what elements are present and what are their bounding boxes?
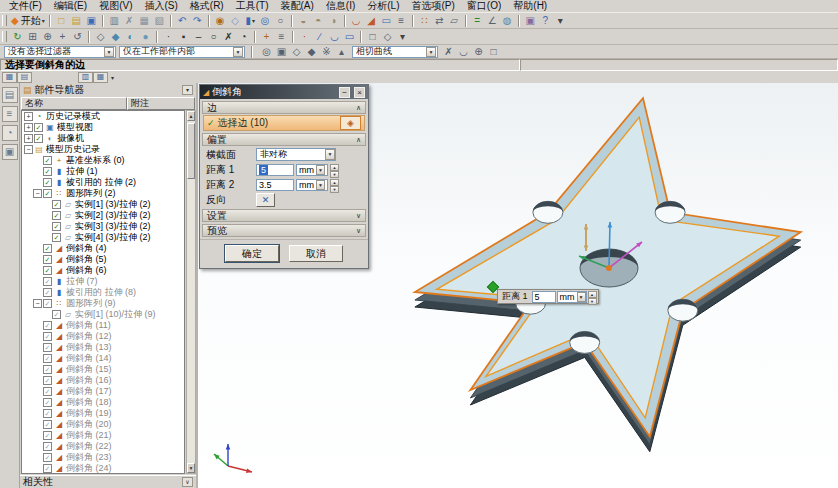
spinner-up-icon[interactable]: ▲ xyxy=(588,291,597,298)
snap-intersection-icon[interactable]: ✗ xyxy=(221,30,236,44)
tree-checkbox[interactable]: ✓ xyxy=(43,376,52,385)
layer-settings-icon[interactable]: ≡ xyxy=(274,30,289,44)
tree-expander[interactable]: − xyxy=(24,145,33,154)
ok-button[interactable]: 确定 xyxy=(225,245,279,262)
section-settings[interactable]: 设置 ∨ xyxy=(202,209,366,222)
dialog-minimize-button[interactable]: − xyxy=(339,87,350,98)
tree-checkbox[interactable]: ✓ xyxy=(43,409,52,418)
tree-item[interactable]: +◔历史记录模式 xyxy=(22,111,184,122)
tree-item[interactable]: +✓▣模型视图 xyxy=(22,122,184,133)
snap-midpoint-icon[interactable]: ‒ xyxy=(191,30,206,44)
save-icon[interactable]: ▣ xyxy=(84,14,99,28)
selection-filter-combo[interactable]: 没有选择过滤器 ▼ xyxy=(4,46,116,58)
shaded-icon[interactable]: ◆ xyxy=(108,30,123,44)
menu-preferences[interactable]: 首选项(P) xyxy=(406,0,461,12)
print-icon[interactable]: ▥ xyxy=(107,14,122,28)
unit-combo[interactable]: mm ▼ xyxy=(557,291,587,303)
dialog-title-bar[interactable]: ◢ 倒斜角 − × xyxy=(200,85,368,99)
assembly-navigator-tab[interactable]: ▤ xyxy=(2,87,18,103)
combo-arrow-icon[interactable]: ▼ xyxy=(426,47,436,57)
tree-checkbox[interactable]: ✓ xyxy=(34,123,43,132)
menu-view[interactable]: 视图(V) xyxy=(93,0,138,12)
distance1-spinner[interactable]: ▲ ▼ xyxy=(330,164,339,176)
fit-view-icon[interactable]: ⊞ xyxy=(25,30,40,44)
front-view-icon[interactable]: □ xyxy=(365,30,380,44)
tree-checkbox[interactable]: ✓ xyxy=(43,288,52,297)
expand-icon[interactable]: ∨ xyxy=(356,227,361,235)
scrollbar-thumb[interactable] xyxy=(187,123,195,179)
dependencies-section-bar[interactable]: 相关性 ∨ xyxy=(20,475,196,488)
part-navigator-tab[interactable]: ≡ xyxy=(2,106,18,122)
distance2-unit-combo[interactable]: mm ▼ xyxy=(296,179,328,191)
top-selection-icon[interactable]: ▴ xyxy=(334,45,349,59)
expand-icon[interactable]: ∨ xyxy=(356,212,361,220)
rectangle-icon[interactable]: ▭ xyxy=(342,30,357,44)
distance-spinner[interactable]: ▲ ▼ xyxy=(588,291,597,303)
window-tab-3[interactable]: ▥ xyxy=(78,72,93,83)
pattern-icon[interactable]: ∷ xyxy=(417,14,432,28)
selection-scope-combo[interactable]: 仅在工作部件内部 ▼ xyxy=(119,46,245,58)
csys-origin-handle[interactable] xyxy=(606,265,612,271)
select-face-icon[interactable]: ▣ xyxy=(274,45,289,59)
combo-arrow-icon[interactable]: ▼ xyxy=(233,47,243,57)
intersect-icon[interactable]: ◑ xyxy=(326,14,341,28)
tree-checkbox[interactable]: ✓ xyxy=(43,420,52,429)
rotate-view-icon[interactable]: ↺ xyxy=(70,30,85,44)
tree-expander[interactable]: + xyxy=(24,112,33,121)
wireframe-icon[interactable]: ◇ xyxy=(93,30,108,44)
menu-window[interactable]: 窗口(O) xyxy=(461,0,507,12)
reuse-library-tab[interactable]: ▣ xyxy=(2,144,18,160)
menu-insert[interactable]: 插入(S) xyxy=(138,0,183,12)
distance-input[interactable]: 5 xyxy=(532,291,556,303)
cross-section-combo[interactable]: 非对称 ▼ xyxy=(256,148,336,161)
sketch-icon[interactable]: ◉ xyxy=(213,14,228,28)
edge-blend-icon[interactable]: ◡ xyxy=(349,14,364,28)
cut-icon[interactable]: ✗ xyxy=(122,14,137,28)
history-palette-tab[interactable]: ◔ xyxy=(2,125,18,141)
move-face-icon[interactable]: ▱ xyxy=(447,14,462,28)
extrude-icon-dropdown-icon[interactable]: ▾ xyxy=(252,17,255,24)
scroll-up-icon[interactable]: ▲ xyxy=(187,111,195,121)
navigator-menu-button[interactable]: ▾ xyxy=(182,85,193,95)
menu-analysis[interactable]: 分析(L) xyxy=(361,0,405,12)
column-header-note[interactable]: 附注 xyxy=(127,97,195,110)
menu-file[interactable]: 文件(F) xyxy=(3,0,48,12)
open-icon[interactable]: ▤ xyxy=(69,14,84,28)
toolbar2-options-icon[interactable]: ▾ xyxy=(395,30,410,44)
thread-icon[interactable]: ≡ xyxy=(394,14,409,28)
expression-icon[interactable]: = xyxy=(470,14,485,28)
tree-checkbox[interactable]: ✓ xyxy=(43,354,52,363)
tree-expander[interactable]: − xyxy=(33,299,42,308)
start-menu-button[interactable]: ◆开始▾ xyxy=(10,14,46,28)
curve-rule-combo[interactable]: 相切曲线 ▼ xyxy=(352,46,438,58)
snap-point-icon[interactable]: · xyxy=(161,30,176,44)
measure-icon[interactable]: ∠ xyxy=(485,14,500,28)
snap-enable-icon[interactable]: ◎ xyxy=(259,45,274,59)
tree-checkbox[interactable]: ✓ xyxy=(43,332,52,341)
tree-checkbox[interactable]: ✓ xyxy=(43,299,52,308)
csys-z-axis-handle[interactable] xyxy=(609,222,610,268)
tree-checkbox[interactable]: ✓ xyxy=(43,453,52,462)
menu-format[interactable]: 格式(R) xyxy=(184,0,230,12)
copy-icon[interactable]: ▦ xyxy=(137,14,152,28)
tree-checkbox[interactable]: ✓ xyxy=(43,464,52,473)
snap-quadrant-icon[interactable]: ◔ xyxy=(236,30,251,44)
spinner-up-icon[interactable]: ▲ xyxy=(330,164,339,171)
select-edge-icon[interactable]: ◇ xyxy=(289,45,304,59)
toolbar1-options-icon[interactable]: ▾ xyxy=(553,14,568,28)
combo-arrow-icon[interactable]: ▼ xyxy=(325,149,335,160)
section-offset[interactable]: 偏置 ∧ xyxy=(202,133,366,146)
material-icon[interactable]: ◍ xyxy=(500,14,515,28)
combo-arrow-icon[interactable]: ▼ xyxy=(316,165,325,175)
tree-checkbox[interactable]: ✓ xyxy=(43,244,52,253)
studio-render-icon[interactable]: ● xyxy=(138,30,153,44)
tree-checkbox[interactable]: ✓ xyxy=(43,255,52,264)
chamfer-icon[interactable]: ◢ xyxy=(364,14,379,28)
reverse-direction-button[interactable]: ✕ xyxy=(256,193,275,207)
highlight-hidden-icon[interactable]: ※ xyxy=(319,45,334,59)
dependencies-expand-icon[interactable]: ∨ xyxy=(182,477,193,487)
tree-checkbox[interactable]: ✓ xyxy=(52,222,61,231)
tree-item[interactable]: ✓+基准坐标系 (0) xyxy=(22,155,184,166)
spinner-down-icon[interactable]: ▼ xyxy=(588,298,597,305)
extrude-icon[interactable]: ▮▾ xyxy=(243,14,258,28)
